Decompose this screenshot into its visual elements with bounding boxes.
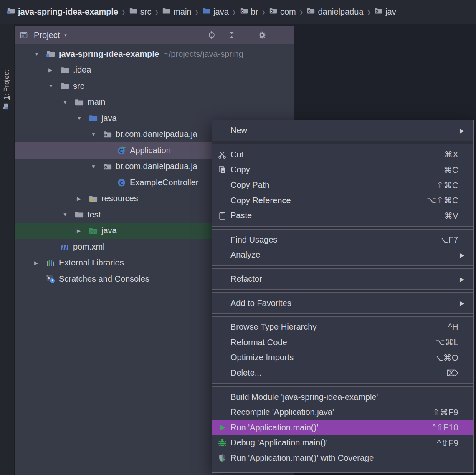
tree-item-label: resources — [101, 194, 138, 203]
menu-item-copy-reference[interactable]: Copy Reference⌥⇧⌘C — [212, 193, 473, 208]
tree-item-src[interactable]: ▼src — [15, 78, 294, 94]
menu-item-add-to-favorites[interactable]: Add to Favorites▶ — [212, 296, 473, 311]
menu-item-recompile-application-java[interactable]: Recompile 'Application.java'⇧⌘F9 — [212, 404, 473, 420]
hide-panel-button[interactable] — [277, 30, 287, 40]
menu-item-delete[interactable]: Delete...⌦ — [212, 365, 473, 381]
collapse-arrow-icon[interactable]: ▼ — [90, 131, 102, 137]
submenu-arrow-icon: ▶ — [460, 276, 464, 283]
breadcrumb-label: java — [213, 7, 229, 17]
folder-icon — [162, 7, 170, 17]
package-icon — [102, 162, 112, 171]
context-menu: New▶Cut⌘XCopy⌘CCopy Path⇧⌘CCopy Referenc… — [212, 120, 474, 473]
menu-item-label: Analyze — [230, 250, 260, 260]
menu-item-build-module-java-spring-idea-example[interactable]: Build Module 'java-spring-idea-example' — [212, 389, 473, 405]
coverage-icon — [218, 454, 230, 462]
menu-item-shortcut: ⌘C — [444, 165, 458, 175]
expand-arrow-icon[interactable]: ▶ — [47, 67, 60, 73]
breadcrumb-item-com[interactable]: com — [269, 7, 296, 17]
debug-icon — [218, 438, 230, 447]
tree-item-label: java-spring-idea-example — [59, 49, 159, 59]
breadcrumb-label: src — [140, 7, 152, 17]
menu-separator — [212, 313, 473, 317]
menu-item-label: Build Module 'java-spring-idea-example' — [230, 392, 378, 402]
tree-item-label: Scratches and Consoles — [59, 274, 149, 284]
breadcrumb-separator-icon: › — [155, 5, 158, 19]
menu-item-analyze[interactable]: Analyze▶ — [212, 248, 473, 263]
menu-item-cut[interactable]: Cut⌘X — [212, 147, 473, 162]
package-icon — [374, 7, 382, 17]
svg-text:C: C — [119, 148, 123, 154]
menu-item-paste[interactable]: Paste⌘V — [212, 208, 473, 223]
menu-item-refactor[interactable]: Refactor▶ — [212, 271, 473, 287]
breadcrumb-item-java[interactable]: java — [202, 7, 229, 17]
menu-item-shortcut: ⌥⇧⌘C — [427, 195, 458, 205]
tree-item-label: main — [87, 97, 105, 107]
collapse-arrow-icon[interactable]: ▼ — [47, 83, 60, 89]
expand-arrow-icon[interactable]: ▶ — [33, 260, 46, 266]
breadcrumb-separator-icon: › — [300, 5, 303, 19]
menu-item-label: Optimize Imports — [230, 353, 294, 362]
submenu-arrow-icon: ▶ — [460, 300, 464, 306]
menu-section: Build Module 'java-spring-idea-example'R… — [212, 387, 473, 472]
menu-section: Cut⌘XCopy⌘CCopy Path⇧⌘CCopy Reference⌥⇧⌘… — [212, 144, 473, 226]
tree-item-path: ~/projects/java-spring — [164, 49, 243, 59]
folder-blue-icon — [202, 7, 210, 17]
menu-item-find-usages[interactable]: Find Usages⌥F7 — [212, 232, 473, 248]
tree-item-label: Application — [130, 146, 171, 155]
breadcrumb-item-jav[interactable]: jav — [374, 7, 396, 17]
menu-item-shortcut: ⇧⌘C — [436, 180, 458, 190]
collapse-arrow-icon[interactable]: ▼ — [61, 99, 74, 105]
chevron-down-icon[interactable]: ▾ — [64, 33, 67, 38]
menu-item-shortcut: ⌘V — [444, 211, 458, 221]
tree-item-label: java — [101, 226, 117, 235]
locate-file-button[interactable] — [207, 30, 217, 40]
breadcrumb-label: com — [280, 7, 296, 17]
tree-item-main[interactable]: ▼main — [15, 94, 294, 111]
breadcrumb-separator-icon: › — [367, 5, 370, 19]
menu-item-copy[interactable]: Copy⌘C — [212, 162, 473, 178]
menu-item-run-application-main-with-coverage[interactable]: Run 'Application.main()' with Coverage — [212, 450, 473, 466]
breadcrumb-item-br[interactable]: br — [240, 7, 258, 17]
tree-item-idea[interactable]: ▶.idea — [15, 62, 294, 78]
expand-arrow-icon[interactable]: ▶ — [76, 196, 88, 202]
tool-button-project[interactable]: 1: Project — [2, 70, 11, 110]
breadcrumb-item-src[interactable]: src — [129, 7, 152, 17]
menu-item-shortcut: ^H — [448, 322, 458, 332]
folder-icon — [60, 66, 70, 75]
tree-item-label: br.com.danielpadua.ja — [116, 162, 197, 171]
menu-item-label: Browse Type Hierarchy — [230, 322, 316, 332]
collapse-arrow-icon[interactable]: ▼ — [61, 212, 74, 217]
tree-item-java-spring-idea-example[interactable]: ▼java-spring-idea-example~/projects/java… — [15, 46, 294, 62]
package-icon — [240, 7, 248, 17]
menu-item-label: Copy Path — [230, 180, 269, 190]
expand-arrow-icon[interactable]: ▶ — [76, 228, 88, 234]
breadcrumb-separator-icon: › — [233, 5, 236, 19]
menu-item-debug-application-main[interactable]: Debug 'Application.main()'^⇧F9 — [212, 435, 473, 451]
menu-item-shortcut: ⌥⌘O — [433, 353, 458, 363]
menu-item-optimize-imports[interactable]: Optimize Imports⌥⌘O — [212, 350, 473, 366]
menu-item-new[interactable]: New▶ — [212, 123, 473, 139]
menu-separator — [212, 226, 473, 230]
menu-item-label: Recompile 'Application.java' — [230, 407, 334, 417]
collapse-all-button[interactable] — [227, 30, 237, 40]
class-icon: C — [116, 178, 127, 187]
submenu-arrow-icon: ▶ — [460, 252, 464, 258]
settings-button[interactable] — [257, 30, 267, 40]
menu-item-copy-path[interactable]: Copy Path⇧⌘C — [212, 177, 473, 193]
collapse-arrow-icon[interactable]: ▼ — [90, 164, 102, 169]
menu-item-label: New — [230, 126, 247, 135]
breadcrumb-item-main[interactable]: main — [162, 7, 191, 17]
panel-title[interactable]: Project — [34, 30, 60, 40]
folder-test-icon — [88, 226, 98, 235]
menu-item-label: Debug 'Application.main()' — [230, 438, 327, 447]
menu-item-reformat-code[interactable]: Reformat Code⌥⌘L — [212, 335, 473, 350]
menu-item-run-application-main[interactable]: Run 'Application.main()'^⇧F10 — [212, 420, 473, 435]
project-folder-icon — [2, 103, 11, 110]
maven-icon: m — [60, 241, 70, 252]
breadcrumb-item-java-spring-idea-example[interactable]: java-spring-idea-example — [7, 7, 118, 17]
collapse-arrow-icon[interactable]: ▼ — [33, 51, 46, 57]
collapse-arrow-icon[interactable]: ▼ — [76, 115, 88, 121]
breadcrumb-item-danielpadua[interactable]: danielpadua — [306, 7, 363, 17]
tree-item-label: src — [73, 81, 84, 91]
menu-item-browse-type-hierarchy[interactable]: Browse Type Hierarchy^H — [212, 319, 473, 335]
